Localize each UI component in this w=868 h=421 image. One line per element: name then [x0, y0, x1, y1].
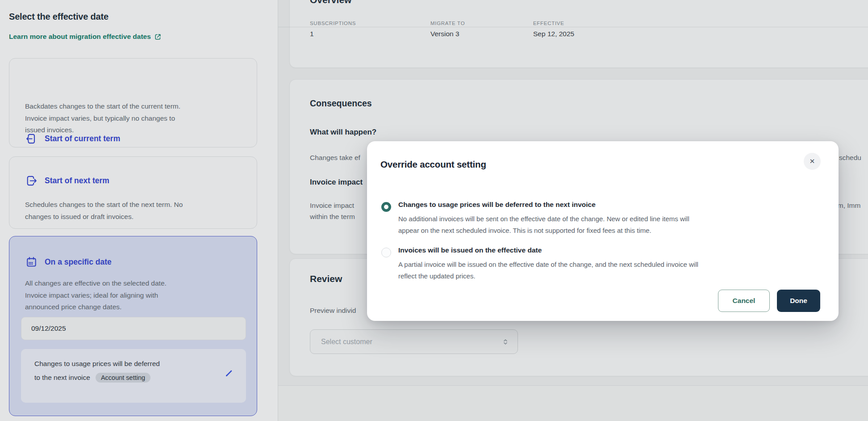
- radio-issued-description: A partial invoice will be issued on the …: [398, 259, 698, 282]
- radio-deferred-option[interactable]: [381, 202, 391, 212]
- radio-issued-label[interactable]: Invoices will be issued on the effective…: [398, 246, 542, 254]
- close-icon: ✕: [810, 157, 815, 165]
- migration-effective-date-screen: Overview SUBSCRIPTIONS 1 MIGRATE TO Vers…: [0, 0, 868, 421]
- cancel-button[interactable]: Cancel: [718, 290, 770, 312]
- radio-deferred-label[interactable]: Changes to usage prices will be deferred…: [398, 201, 596, 209]
- done-button[interactable]: Done: [777, 290, 820, 312]
- override-account-setting-modal: Override account setting ✕ Changes to us…: [367, 141, 839, 321]
- radio-issued-option[interactable]: [381, 248, 391, 257]
- close-button[interactable]: ✕: [804, 153, 821, 170]
- modal-title: Override account setting: [380, 159, 486, 170]
- radio-deferred-description: No additional invoices will be sent on t…: [398, 213, 689, 236]
